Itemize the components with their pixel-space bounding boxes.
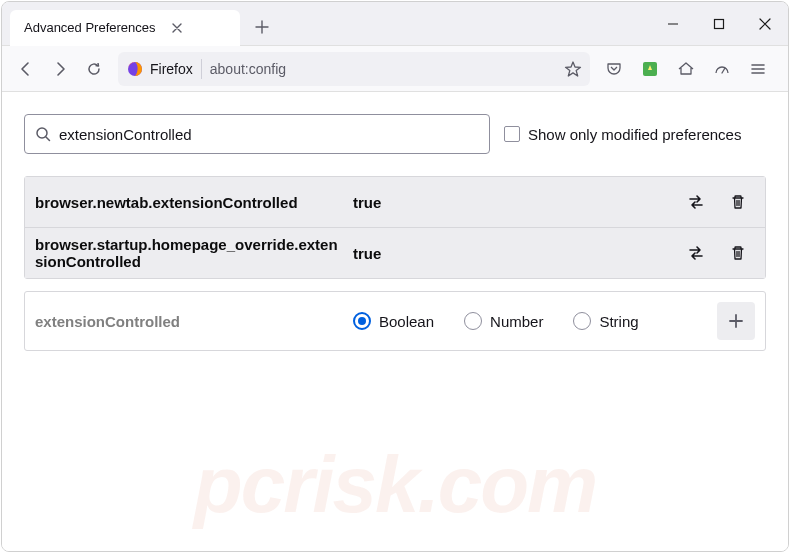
delete-button[interactable] [721,185,755,219]
search-input[interactable] [59,126,479,143]
menu-button[interactable] [742,53,774,85]
toolbar-right-icons [598,53,774,85]
new-pref-name: extensionControlled [35,313,335,330]
type-radio-group: Boolean Number String [343,312,709,330]
back-button[interactable] [10,53,42,85]
radio-icon [464,312,482,330]
toggle-button[interactable] [679,236,713,270]
pref-name[interactable]: browser.newtab.extensionControlled [35,194,345,211]
checkbox-label: Show only modified preferences [528,126,741,143]
pref-actions [679,236,755,270]
titlebar: Advanced Preferences [2,2,788,46]
reload-button[interactable] [78,53,110,85]
firefox-icon [126,60,144,78]
page-content: Show only modified preferences browser.n… [2,92,788,551]
url-text: about:config [210,61,556,77]
add-pref-button[interactable] [717,302,755,340]
delete-button[interactable] [721,236,755,270]
pref-value: true [353,245,671,262]
close-window-button[interactable] [742,2,788,46]
radio-icon [573,312,591,330]
svg-rect-0 [715,19,724,28]
pocket-button[interactable] [598,53,630,85]
radio-string[interactable]: String [573,312,638,330]
radio-label: Boolean [379,313,434,330]
radio-icon [353,312,371,330]
pref-row: browser.newtab.extensionControlled true [25,177,765,227]
toggle-button[interactable] [679,185,713,219]
toolbar: Firefox about:config [2,46,788,92]
window-frame: Advanced Preferences [1,1,789,552]
modified-only-checkbox[interactable]: Show only modified preferences [504,126,741,143]
search-icon [35,126,51,142]
new-tab-button[interactable] [246,11,278,43]
forward-button[interactable] [44,53,76,85]
close-tab-icon[interactable] [170,21,184,35]
firefox-identity: Firefox [126,60,193,78]
mail-button[interactable] [670,53,702,85]
minimize-button[interactable] [650,2,696,46]
pref-row: browser.startup.homepage_override.extens… [25,227,765,278]
radio-label: Number [490,313,543,330]
watermark: pcrisk.com [2,439,788,531]
pref-value: true [353,194,671,211]
tab-title: Advanced Preferences [24,20,156,35]
search-row: Show only modified preferences [24,114,766,154]
radio-number[interactable]: Number [464,312,543,330]
bookmark-star-icon[interactable] [564,60,582,78]
radio-boolean[interactable]: Boolean [353,312,434,330]
maximize-button[interactable] [696,2,742,46]
radio-label: String [599,313,638,330]
firefox-label: Firefox [150,61,193,77]
dashboard-button[interactable] [706,53,738,85]
new-pref-row: extensionControlled Boolean Number Strin… [24,291,766,351]
preferences-table: browser.newtab.extensionControlled true … [24,176,766,279]
url-separator [201,59,202,79]
pref-actions [679,185,755,219]
window-controls [650,2,788,46]
url-bar[interactable]: Firefox about:config [118,52,590,86]
pref-name[interactable]: browser.startup.homepage_override.extens… [35,236,345,270]
extension-button[interactable] [634,53,666,85]
checkbox-icon [504,126,520,142]
search-box [24,114,490,154]
browser-tab[interactable]: Advanced Preferences [10,10,240,46]
